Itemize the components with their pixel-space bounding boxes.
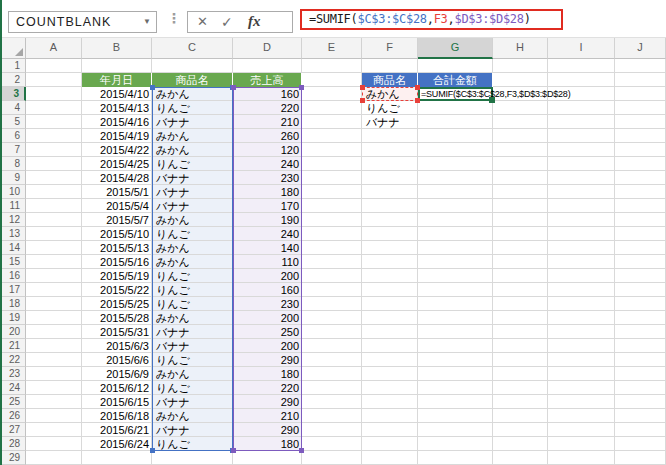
value-cell[interactable]: 180 xyxy=(233,185,302,199)
value-cell[interactable]: 160 xyxy=(233,87,302,101)
product-cell[interactable]: みかん xyxy=(152,213,233,227)
product-cell[interactable]: バナナ xyxy=(152,185,233,199)
date-cell[interactable]: 2015/4/19 xyxy=(82,129,152,143)
insert-function-icon[interactable]: fx xyxy=(248,12,261,31)
column-header-C[interactable]: C xyxy=(152,38,233,59)
product-cell[interactable]: りんご xyxy=(152,157,233,171)
sales-header-D[interactable]: 売上高 xyxy=(233,73,302,87)
date-cell[interactable]: 2015/5/4 xyxy=(82,199,152,213)
product-cell[interactable]: みかん xyxy=(152,87,233,101)
select-all-corner[interactable] xyxy=(0,38,26,59)
product-cell[interactable]: みかん xyxy=(152,143,233,157)
date-cell[interactable]: 2015/5/31 xyxy=(82,325,152,339)
date-cell[interactable]: 2015/6/18 xyxy=(82,409,152,423)
value-cell[interactable]: 180 xyxy=(233,367,302,381)
product-cell[interactable]: バナナ xyxy=(152,115,233,129)
summary-product-cell[interactable]: バナナ xyxy=(362,115,418,129)
column-header-E[interactable]: E xyxy=(302,38,362,59)
date-cell[interactable]: 2015/4/10 xyxy=(82,87,152,101)
row-header-24[interactable]: 24 xyxy=(0,381,26,395)
date-cell[interactable]: 2015/5/19 xyxy=(82,269,152,283)
date-cell[interactable]: 2015/6/15 xyxy=(82,395,152,409)
product-cell[interactable]: みかん xyxy=(152,367,233,381)
row-header-22[interactable]: 22 xyxy=(0,353,26,367)
fill-handle[interactable] xyxy=(489,97,495,103)
date-cell[interactable]: 2015/6/3 xyxy=(82,339,152,353)
value-cell[interactable]: 290 xyxy=(233,353,302,367)
row-header-26[interactable]: 26 xyxy=(0,409,26,423)
row-header-10[interactable]: 10 xyxy=(0,185,26,199)
date-cell[interactable]: 2015/4/22 xyxy=(82,143,152,157)
cancel-icon[interactable]: ✕ xyxy=(197,12,208,32)
value-cell[interactable]: 290 xyxy=(233,395,302,409)
value-cell[interactable]: 230 xyxy=(233,297,302,311)
row-header-14[interactable]: 14 xyxy=(0,241,26,255)
date-cell[interactable]: 2015/5/13 xyxy=(82,241,152,255)
date-cell[interactable]: 2015/4/13 xyxy=(82,101,152,115)
product-cell[interactable]: みかん xyxy=(152,311,233,325)
column-header-I[interactable]: I xyxy=(548,38,615,59)
product-cell[interactable]: バナナ xyxy=(152,423,233,437)
row-header-15[interactable]: 15 xyxy=(0,255,26,269)
row-header-2[interactable]: 2 xyxy=(0,73,26,87)
date-cell[interactable]: 2015/4/16 xyxy=(82,115,152,129)
formula-bar-input[interactable]: =SUMIF($C$3:$C$28,F3,$D$3:$D$28) xyxy=(302,11,561,28)
product-cell[interactable]: りんご xyxy=(152,269,233,283)
product-cell[interactable]: りんご xyxy=(152,381,233,395)
value-cell[interactable]: 210 xyxy=(233,115,302,129)
name-box[interactable]: COUNTBLANK ▼ xyxy=(8,11,157,33)
row-header-25[interactable]: 25 xyxy=(0,395,26,409)
value-cell[interactable]: 160 xyxy=(233,283,302,297)
row-header-18[interactable]: 18 xyxy=(0,297,26,311)
row-header-3[interactable]: 3 xyxy=(0,87,26,101)
date-cell[interactable]: 2015/5/10 xyxy=(82,227,152,241)
value-cell[interactable]: 200 xyxy=(233,339,302,353)
value-cell[interactable]: 220 xyxy=(233,381,302,395)
row-header-20[interactable]: 20 xyxy=(0,325,26,339)
value-cell[interactable]: 170 xyxy=(233,199,302,213)
row-header-21[interactable]: 21 xyxy=(0,339,26,353)
value-cell[interactable]: 230 xyxy=(233,171,302,185)
product-cell[interactable]: バナナ xyxy=(152,339,233,353)
column-header-D[interactable]: D xyxy=(233,38,302,59)
value-cell[interactable]: 260 xyxy=(233,129,302,143)
date-cell[interactable]: 2015/6/9 xyxy=(82,367,152,381)
column-header-J[interactable]: J xyxy=(615,38,666,59)
row-header-17[interactable]: 17 xyxy=(0,283,26,297)
row-header-28[interactable]: 28 xyxy=(0,437,26,451)
date-cell[interactable]: 2015/5/22 xyxy=(82,283,152,297)
date-cell[interactable]: 2015/5/16 xyxy=(82,255,152,269)
date-cell[interactable]: 2015/5/25 xyxy=(82,297,152,311)
row-header-19[interactable]: 19 xyxy=(0,311,26,325)
chevron-down-icon[interactable]: ▼ xyxy=(143,18,151,26)
summary-header-G[interactable]: 合計金額 xyxy=(418,73,493,87)
value-cell[interactable]: 250 xyxy=(233,325,302,339)
product-cell[interactable]: りんご xyxy=(152,437,233,451)
value-cell[interactable]: 200 xyxy=(233,269,302,283)
sales-header-C[interactable]: 商品名 xyxy=(152,73,233,87)
value-cell[interactable]: 290 xyxy=(233,423,302,437)
product-cell[interactable]: バナナ xyxy=(152,171,233,185)
column-header-F[interactable]: F xyxy=(362,38,418,59)
row-header-5[interactable]: 5 xyxy=(0,115,26,129)
row-header-23[interactable]: 23 xyxy=(0,367,26,381)
product-cell[interactable]: バナナ xyxy=(152,325,233,339)
date-cell[interactable]: 2015/5/7 xyxy=(82,213,152,227)
column-header-H[interactable]: H xyxy=(493,38,548,59)
value-cell[interactable]: 140 xyxy=(233,241,302,255)
summary-header-F[interactable]: 商品名 xyxy=(362,73,418,87)
date-cell[interactable]: 2015/6/6 xyxy=(82,353,152,367)
value-cell[interactable]: 240 xyxy=(233,157,302,171)
product-cell[interactable]: みかん xyxy=(152,409,233,423)
product-cell[interactable]: りんご xyxy=(152,227,233,241)
row-header-11[interactable]: 11 xyxy=(0,199,26,213)
date-cell[interactable]: 2015/5/28 xyxy=(82,311,152,325)
value-cell[interactable]: 180 xyxy=(233,437,302,451)
row-header-4[interactable]: 4 xyxy=(0,101,26,115)
value-cell[interactable]: 120 xyxy=(233,143,302,157)
row-header-6[interactable]: 6 xyxy=(0,129,26,143)
row-header-13[interactable]: 13 xyxy=(0,227,26,241)
column-header-B[interactable]: B xyxy=(82,38,152,59)
row-header-27[interactable]: 27 xyxy=(0,423,26,437)
product-cell[interactable]: りんご xyxy=(152,101,233,115)
